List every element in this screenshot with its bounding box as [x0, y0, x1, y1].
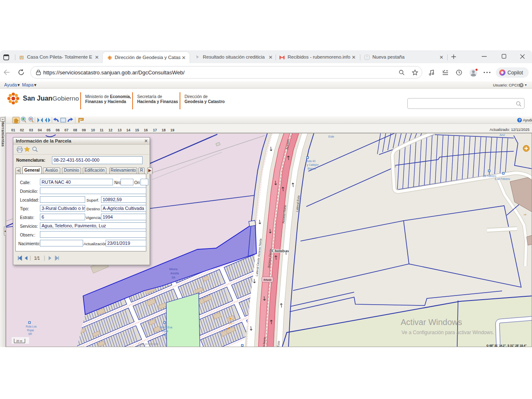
svg-text:Azul: Azul: [500, 133, 505, 136]
svg-text:Chimbas: Chimbas: [271, 248, 289, 253]
svg-text:Rojas: Rojas: [161, 330, 168, 333]
svg-text:SR: SR: [28, 332, 32, 335]
svg-text:y Callejón: y Callejón: [307, 163, 319, 167]
svg-text:?: ?: [518, 118, 520, 122]
svg-text:Rojas: Rojas: [27, 329, 34, 332]
svg-text:Ruta 40: Ruta 40: [306, 160, 315, 163]
svg-text:G 68° 31' 14.2", S 31° 28' 18.: G 68° 31' 14.2", S 31° 28' 18.4": [486, 344, 527, 347]
svg-text:3 de Febrero: 3 de Febrero: [495, 177, 510, 180]
svg-text:28 Febrero: 28 Febrero: [483, 175, 496, 177]
svg-text:Sdi.7: Sdi.7: [229, 322, 234, 325]
svg-text:1/1: 1/1: [34, 256, 40, 261]
svg-text:Activar Windows: Activar Windows: [401, 318, 462, 327]
svg-text:Maria Eva: Maria Eva: [160, 326, 172, 329]
svg-text:Ve a Configuración para activa: Ve a Configuración para activar Windows.: [401, 330, 494, 335]
svg-text:Este: Este: [328, 135, 334, 138]
svg-text:RN40: RN40: [264, 278, 271, 282]
svg-text:Ruta Los: Ruta Los: [26, 325, 37, 328]
svg-text:Blanco: Blanco: [308, 167, 316, 170]
svg-text:SA: SA: [172, 276, 175, 279]
svg-text:20 m: 20 m: [16, 340, 22, 342]
svg-text:Aresita: Aresita: [170, 272, 179, 275]
svg-text:Calle proyectada: Calle proyectada: [138, 342, 158, 346]
svg-text:SA: SA: [163, 333, 166, 336]
svg-text:Minera: Minera: [169, 268, 177, 271]
svg-text:cal: cal: [524, 213, 526, 216]
